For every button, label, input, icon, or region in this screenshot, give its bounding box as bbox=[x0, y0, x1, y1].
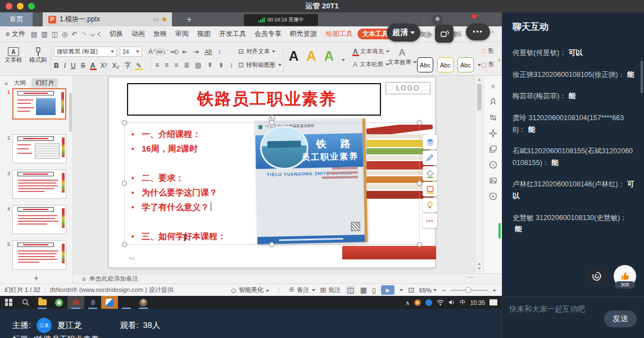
tab-membership[interactable]: 会员专享 bbox=[255, 29, 282, 39]
comments-button[interactable]: ⊞ 批注 bbox=[320, 286, 341, 294]
slide-canvas[interactable]: 铁路员工职业素养 LOGO “十三五”职业教育国家规划教材 铁 路 员工职业素养… bbox=[73, 76, 475, 273]
minimize-traffic-icon[interactable] bbox=[17, 3, 24, 10]
reading-view-button[interactable]: ▯ bbox=[372, 286, 376, 294]
save-icon[interactable]: ▤ bbox=[31, 30, 37, 38]
font-color-button[interactable]: A bbox=[90, 62, 96, 70]
print-icon[interactable]: ◫ bbox=[52, 30, 58, 38]
network-icon[interactable] bbox=[437, 299, 444, 305]
wordart-style-black[interactable]: Abc bbox=[417, 57, 433, 72]
slide-thumbnail-3[interactable]: 3 bbox=[3, 170, 66, 199]
next-slide-icon[interactable]: ▼ bbox=[477, 266, 482, 271]
collapse-panel-icon[interactable]: « bbox=[4, 80, 8, 86]
slide-sorter-icon[interactable] bbox=[421, 17, 428, 23]
text-direction-icon[interactable]: AB bbox=[205, 49, 212, 55]
file-menu[interactable]: ≡ 文件 bbox=[0, 29, 31, 39]
align-left-icon[interactable]: ≡ bbox=[155, 61, 159, 69]
font-size-select[interactable]: 24 bbox=[120, 47, 142, 57]
taskbar-app-7[interactable] bbox=[118, 296, 135, 309]
live-app-button[interactable] bbox=[101, 296, 118, 309]
more-tools-button[interactable]: ••• bbox=[423, 213, 437, 228]
print-preview-icon[interactable]: ◎ bbox=[62, 30, 67, 38]
settings-sliders-icon[interactable] bbox=[488, 113, 498, 122]
rocket-icon[interactable] bbox=[488, 97, 498, 107]
help-icon[interactable]: ? bbox=[488, 160, 498, 170]
increase-indent-icon[interactable]: ⇥ bbox=[193, 48, 199, 56]
start-button[interactable] bbox=[0, 296, 17, 309]
bullet-list-icon[interactable]: ≔ bbox=[155, 48, 164, 56]
zoom-in-button[interactable]: + bbox=[493, 287, 496, 294]
notes-placeholder-bar[interactable]: ≡ 单击此处添加备注 bbox=[73, 273, 502, 284]
present-from-current-icon[interactable]: 1 bbox=[408, 17, 416, 23]
underline-button[interactable]: U bbox=[71, 62, 76, 70]
scroll-tabs-left-icon[interactable] bbox=[97, 31, 102, 36]
taskbar-app-8[interactable] bbox=[135, 296, 152, 309]
expand-group-icon[interactable]: › bbox=[498, 56, 500, 64]
text-outline-button[interactable]: A 文本轮廓 bbox=[353, 61, 389, 68]
tray-expand-icon[interactable]: ∧ bbox=[406, 299, 410, 306]
resize-handle[interactable] bbox=[122, 242, 127, 247]
prev-slide-icon[interactable]: ▲ bbox=[477, 261, 482, 266]
canvas-scrollbar[interactable]: ▲ ▲▼ bbox=[475, 76, 483, 273]
zoom-traffic-icon[interactable] bbox=[28, 3, 35, 10]
file-explorer-button[interactable] bbox=[34, 296, 51, 309]
tab-review[interactable]: 审阅 bbox=[175, 29, 189, 39]
align-right-icon[interactable]: ≡ bbox=[174, 61, 178, 69]
decrease-indent-icon[interactable]: ⇤ bbox=[182, 48, 188, 56]
shape-fill-button[interactable]: ⬠ 形 bbox=[481, 47, 494, 55]
redo-icon[interactable]: ↷ bbox=[81, 30, 87, 38]
send-button[interactable]: 发送 bbox=[604, 310, 637, 327]
format-painter-button[interactable]: 格式刷 bbox=[29, 47, 47, 64]
wordart-style-green[interactable]: Abc bbox=[457, 57, 474, 72]
host-avatar[interactable]: 江龙 bbox=[37, 318, 52, 333]
new-slide-button[interactable]: + bbox=[0, 273, 73, 284]
highlight-button[interactable]: ✎ bbox=[136, 62, 142, 70]
wordart-style-yellow[interactable]: Abc bbox=[437, 57, 453, 72]
layers-button[interactable] bbox=[423, 135, 437, 149]
like-button[interactable]: 308 bbox=[614, 265, 636, 287]
clock[interactable]: 10:35 bbox=[470, 299, 485, 306]
zoom-slider-handle[interactable] bbox=[465, 287, 471, 293]
text-preset-black-button[interactable]: A bbox=[289, 49, 298, 63]
slide-thumbnail-1[interactable]: 1 bbox=[3, 88, 66, 120]
shape-button[interactable] bbox=[423, 166, 437, 181]
numbered-list-icon[interactable]: ≕ bbox=[170, 48, 176, 56]
font-name-select[interactable]: 微软雅黑 (标题) bbox=[54, 47, 117, 57]
text-effect-button[interactable]: A 文本效果 bbox=[388, 47, 416, 66]
account-avatar[interactable] bbox=[433, 15, 442, 25]
pen-button[interactable] bbox=[423, 150, 437, 165]
rotate-screen-button[interactable] bbox=[435, 25, 453, 43]
smart-beautify-button[interactable]: ◇ 智能美化 bbox=[231, 286, 269, 294]
notes-button[interactable]: ≝ 备注 bbox=[289, 286, 315, 294]
ime-indicator[interactable]: 中 bbox=[460, 299, 466, 307]
tab-drawing-tools[interactable]: 绘图工具 bbox=[326, 29, 353, 39]
play-options-icon[interactable] bbox=[400, 289, 403, 291]
normal-view-button[interactable]: ◫ bbox=[346, 286, 355, 294]
undo-icon[interactable]: ↶ bbox=[72, 30, 78, 38]
subscript-button[interactable]: X₂ bbox=[112, 62, 119, 70]
resize-handle[interactable] bbox=[417, 181, 422, 186]
slide-title-box[interactable]: 铁路员工职业素养 bbox=[127, 83, 381, 116]
bold-button[interactable]: B bbox=[54, 62, 59, 70]
tab-slides[interactable]: 幻灯片 bbox=[31, 78, 58, 88]
strikethrough-button[interactable]: S bbox=[81, 62, 85, 70]
tab-slideshow[interactable]: 放映 bbox=[153, 29, 167, 39]
tab-developer[interactable]: 开发工具 bbox=[219, 29, 246, 39]
flash-icon[interactable] bbox=[488, 191, 498, 201]
tab-document[interactable]: P 1.模块一.pptx ▭ bbox=[43, 12, 172, 26]
panel-scrollbar[interactable] bbox=[69, 93, 72, 132]
idea-button[interactable] bbox=[423, 198, 437, 212]
slideshow-play-button[interactable]: ▶ bbox=[381, 285, 394, 295]
distribute-icon[interactable]: ▤ bbox=[195, 61, 201, 69]
taskbar-search-button[interactable] bbox=[17, 296, 34, 309]
volume-icon[interactable] bbox=[448, 299, 455, 305]
shape-outline-button[interactable]: ▢ 形 bbox=[481, 61, 494, 68]
slide-thumbnail-5[interactable]: 5 bbox=[3, 240, 66, 270]
close-button[interactable]: × bbox=[470, 16, 474, 24]
frame-button[interactable] bbox=[423, 182, 437, 197]
wps-taskbar-button[interactable]: W bbox=[67, 296, 84, 309]
tab-view[interactable]: 视图 bbox=[197, 29, 211, 39]
phonetic-guide-button[interactable]: 字 bbox=[124, 61, 131, 70]
tab-animations[interactable]: 动画 bbox=[131, 29, 145, 39]
resize-handle[interactable] bbox=[417, 242, 422, 247]
tab-transitions[interactable]: 切换 bbox=[110, 29, 123, 39]
